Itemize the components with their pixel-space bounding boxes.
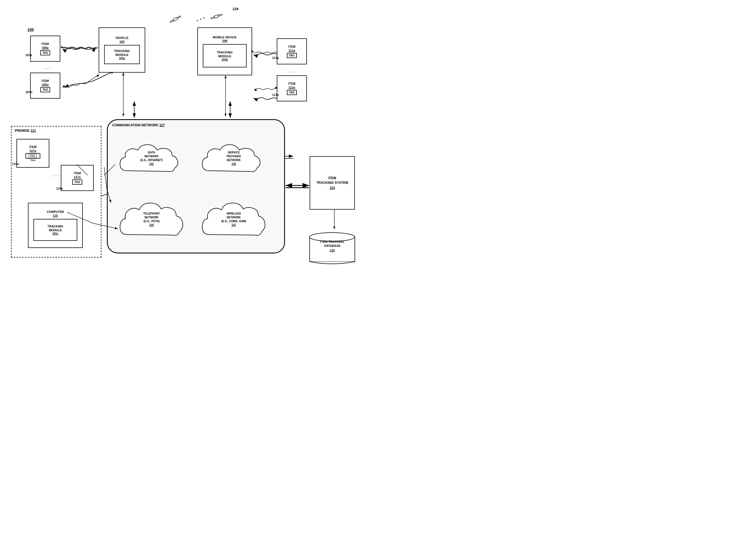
diagram: 129 100 ITEM 105a TAG 107a . . . ITEM 10…: [0, 0, 375, 280]
item-105n-title: ITEM: [42, 79, 49, 83]
svg-point-12: [197, 20, 198, 21]
svg-line-43: [77, 164, 88, 175]
tag-105a: TAG: [40, 50, 50, 55]
svg-line-11: [179, 16, 180, 17]
mobile-109-ref: 109: [222, 39, 227, 42]
tag-117n: TAG: [72, 179, 82, 185]
arrow-111n-mobile: [254, 86, 279, 93]
label-119n: 119n: [56, 187, 63, 190]
item-111a-box: ITEM 111a TAG: [277, 38, 307, 64]
wireless-text: WIRELESSNETWORK(E.G., CDMA, GSM)137: [221, 212, 246, 227]
label-113a: 113a: [272, 56, 279, 59]
item-105n-ref: 105n: [42, 83, 48, 86]
mobile-109-title: MOBILE DEVICE: [213, 35, 237, 39]
label-107a: 107a: [25, 54, 32, 57]
item-tracking-system-box: ITEMTRACKING SYSTEM 123: [310, 156, 355, 209]
tracking-101c-ref: 101c: [52, 232, 58, 235]
data-network-cloud: DATANETWORK(E.G., INTERNET)131: [119, 135, 184, 182]
arrow-111a-mobile: [254, 49, 279, 56]
item-105a-box: ITEM 105a TAG: [30, 36, 60, 62]
tracking-101a-ref: 101a: [119, 57, 125, 60]
item-117a-box: ITEM 117a TAG TAG: [16, 139, 49, 168]
tag-111a: TAG: [287, 53, 297, 58]
arrow-105n-vehicle: [60, 66, 109, 93]
svg-line-44: [104, 164, 115, 175]
premise-121-box: PREMISE 121 ITEM 117a TAG TAG 119a . . .…: [11, 126, 101, 258]
svg-line-9: [172, 21, 172, 21]
dots-items: . . .: [44, 64, 51, 70]
service-provider-text: SERVICEPROVIDERNETWORK133: [226, 151, 241, 166]
item-111n-ref: 111n: [288, 86, 295, 89]
item-105a-title: ITEM: [42, 42, 49, 46]
label-113n: 113n: [272, 93, 279, 96]
label-107n: 107n: [25, 91, 32, 94]
item-111n-title: ITEM: [288, 82, 295, 85]
svg-line-10: [178, 17, 179, 18]
computer-115-ref: 115: [53, 214, 58, 217]
arrow-computer-commnet: [66, 209, 121, 232]
item-117a-ref: 117a: [29, 149, 36, 152]
item-tracking-system-ref: 123: [329, 186, 335, 190]
item-111a-ref: 111a: [289, 49, 295, 52]
tag-117a-outer-label: TAG: [31, 159, 35, 162]
tracking-101b-box: TRACKINGMODULE 101b: [203, 44, 246, 67]
tracking-101a-box: TRACKINGMODULE 101a: [104, 45, 140, 64]
svg-point-13: [200, 19, 201, 20]
arrow-commnet-tracking: [285, 182, 310, 191]
item-111a-title: ITEM: [288, 45, 295, 48]
label-129: 129: [232, 7, 238, 11]
tag-111n: TAG: [287, 90, 297, 95]
arrow-105a-vehicle: [60, 44, 101, 52]
telephony-text: TELEPHONYNETWORK(E.G., PSTN)135: [143, 212, 160, 227]
svg-point-14: [203, 17, 204, 18]
item-tracking-db-cylinder: ITEM TRACKINGDATABASE 125: [307, 232, 358, 268]
item-tracking-system-title: ITEMTRACKING SYSTEM: [316, 176, 348, 185]
item-tracking-db-ref: 125: [307, 249, 358, 252]
item-111n-box: ITEM 111n TAG: [277, 75, 307, 101]
tracking-101b-title: TRACKINGMODULE: [217, 51, 233, 58]
vehicle-103-ref: 103: [119, 40, 124, 43]
tracking-101b-ref: 101b: [222, 58, 228, 61]
svg-line-8: [171, 21, 171, 22]
comm-network-label: COMMUNICATION NETWORK 127: [112, 123, 165, 127]
tag-105n: TAG: [40, 87, 50, 92]
premise-label: PREMISE 121: [15, 129, 36, 133]
data-network-text: DATANETWORK(E.G., INTERNET)131: [140, 151, 163, 166]
item-105a-ref: 105a: [42, 46, 48, 49]
vehicle-103-title: VEHICLE: [115, 36, 129, 40]
tracking-101c-title: TRACKINGMODULE: [47, 224, 63, 232]
label-100: 100: [27, 27, 34, 32]
label-119a: 119a: [12, 162, 19, 165]
dots-items-111: . . .: [290, 68, 297, 74]
wireless-cloud: WIRELESSNETWORK(E.G., CDMA, GSM)137: [201, 194, 267, 245]
item-105n-box: ITEM 105n TAG: [30, 73, 60, 99]
bracket-premise-commnet: [77, 163, 115, 177]
arrow-vehicle-commnet: [119, 73, 127, 119]
comm-network-container: COMMUNICATION NETWORK 127 DATANETWORK(E.…: [107, 119, 285, 254]
arrow-mobile-commnet: [221, 75, 230, 119]
mobile-device-109-box: MOBILE DEVICE 109 TRACKINGMODULE 101b: [197, 27, 252, 75]
computer-115-title: COMPUTER: [47, 210, 64, 214]
telephony-cloud: TELEPHONYNETWORK(E.G., PSTN)135: [119, 194, 184, 245]
service-provider-cloud: SERVICEPROVIDERNETWORK133: [201, 135, 267, 182]
dots-117: . . .: [53, 172, 59, 178]
arrow-system-db: [332, 209, 337, 232]
svg-rect-15: [214, 15, 219, 18]
item-tracking-db-text: ITEM TRACKINGDATABASE 125: [307, 240, 358, 252]
item-117a-title: ITEM: [29, 145, 36, 149]
tracking-101a-title: TRACKINGMODULE: [114, 49, 130, 57]
